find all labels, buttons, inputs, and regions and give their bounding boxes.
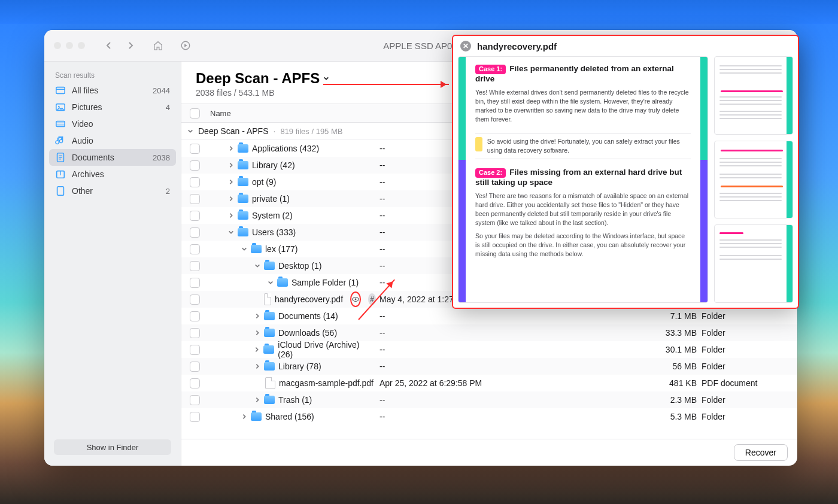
row-checkbox[interactable]	[190, 144, 200, 154]
file-row[interactable]: Downloads (56)--33.3 MBFolder	[181, 324, 797, 341]
file-kind: Folder	[702, 395, 797, 405]
file-row[interactable]: iCloud Drive (Archive) (26)--30.1 MBFold…	[181, 341, 797, 358]
chevron-right-icon[interactable]	[254, 363, 260, 369]
thumbnail[interactable]	[714, 56, 793, 135]
row-checkbox[interactable]	[190, 311, 200, 321]
show-in-finder-button[interactable]: Show in Finder	[54, 439, 171, 455]
minimize-dot[interactable]	[66, 42, 73, 49]
row-checkbox[interactable]	[190, 211, 200, 221]
folder-icon	[251, 245, 262, 253]
documents-icon	[55, 152, 66, 163]
chevron-right-icon[interactable]	[228, 196, 234, 202]
sidebar: Scan results All files2044Pictures4Video…	[44, 62, 181, 466]
folder-icon	[264, 329, 275, 337]
row-checkbox[interactable]	[190, 412, 200, 422]
audio-icon	[55, 135, 66, 146]
home-button[interactable]	[150, 38, 166, 53]
folder-icon	[238, 161, 248, 169]
folder-icon	[238, 144, 248, 153]
chevron-right-icon[interactable]	[254, 347, 260, 353]
preview-filename: handyrecovery.pdf	[477, 41, 557, 51]
chevron-down-icon	[323, 75, 329, 81]
svg-rect-5	[56, 122, 65, 127]
row-checkbox[interactable]	[190, 194, 200, 204]
row-checkbox[interactable]	[190, 227, 200, 238]
file-row[interactable]: Documents (14)--7.1 MBFolder	[181, 308, 797, 324]
retry-button[interactable]	[177, 38, 194, 53]
file-name: macgasm-sample-pdf.pdf	[279, 378, 374, 388]
page-band	[700, 57, 708, 302]
file-name: opt (9)	[252, 177, 276, 187]
row-checkbox[interactable]	[190, 160, 200, 171]
preview-document[interactable]: Case 1:Files permanently deleted from an…	[458, 56, 708, 303]
row-checkbox[interactable]	[190, 362, 200, 372]
file-name: Sample Folder (1)	[292, 278, 359, 287]
sidebar-item-documents[interactable]: Documents2038	[49, 149, 176, 166]
chevron-right-icon[interactable]	[228, 162, 234, 168]
sidebar-item-archives[interactable]: Archives	[49, 166, 176, 183]
file-name: handyrecovery.pdf	[275, 294, 343, 304]
thumbnail[interactable]	[714, 224, 793, 303]
traffic-lights	[54, 42, 85, 49]
row-checkbox[interactable]	[190, 177, 200, 187]
back-button[interactable]	[101, 38, 117, 53]
file-row[interactable]: Trash (1)--2.3 MBFolder	[181, 391, 797, 408]
chevron-right-icon[interactable]	[241, 414, 247, 420]
row-checkbox[interactable]	[190, 278, 200, 288]
chevron-right-icon[interactable]	[254, 330, 260, 336]
file-name: Trash (1)	[278, 395, 312, 405]
file-row[interactable]: Shared (156)--5.3 MBFolder	[181, 408, 797, 425]
sidebar-item-video[interactable]: Video	[49, 116, 176, 132]
file-date: --	[376, 412, 643, 421]
chevron-down-icon[interactable]	[241, 246, 247, 252]
svg-point-15	[355, 299, 357, 300]
chevron-down-icon[interactable]	[254, 263, 260, 269]
forward-button[interactable]	[122, 38, 139, 53]
file-kind: Folder	[702, 345, 797, 354]
select-all-checkbox[interactable]	[190, 108, 200, 119]
chevron-right-icon[interactable]	[228, 145, 234, 151]
chevron-down-icon[interactable]	[268, 280, 274, 286]
thumbnail[interactable]	[714, 141, 793, 219]
sidebar-item-other[interactable]: Other2	[49, 183, 176, 199]
file-name: System (2)	[252, 211, 293, 220]
chevron-right-icon[interactable]	[254, 313, 260, 319]
chevron-down-icon	[187, 128, 193, 134]
sidebar-item-pictures[interactable]: Pictures4	[49, 99, 176, 116]
row-checkbox[interactable]	[190, 244, 200, 254]
file-kind: Folder	[702, 328, 797, 338]
video-icon	[55, 119, 66, 129]
row-checkbox[interactable]	[190, 328, 200, 338]
file-row[interactable]: macgasm-sample-pdf.pdfApr 25, 2022 at 6:…	[181, 375, 797, 391]
file-size: 481 KB	[643, 378, 702, 388]
folder-icon	[238, 178, 248, 186]
chevron-down-icon[interactable]	[228, 229, 234, 235]
preview-button[interactable]	[350, 292, 361, 307]
file-row[interactable]: Library (78)--56 MBFolder	[181, 358, 797, 375]
folder-icon	[238, 228, 248, 236]
chevron-right-icon[interactable]	[254, 397, 260, 403]
row-checkbox[interactable]	[190, 378, 200, 388]
chevron-right-icon[interactable]	[228, 212, 234, 218]
sidebar-item-label: Audio	[72, 136, 93, 145]
row-checkbox[interactable]	[190, 294, 200, 305]
chevron-right-icon[interactable]	[228, 179, 234, 185]
sidebar-item-label: Documents	[72, 153, 114, 162]
file-size: 33.3 MB	[643, 328, 702, 338]
sidebar-item-all-files[interactable]: All files2044	[49, 82, 176, 99]
row-checkbox[interactable]	[190, 261, 200, 271]
row-checkbox[interactable]	[190, 395, 200, 405]
file-name: Documents (14)	[278, 311, 338, 321]
sidebar-item-label: All files	[72, 86, 98, 95]
zoom-dot[interactable]	[78, 42, 85, 49]
file-name: Downloads (56)	[278, 328, 337, 338]
recover-button[interactable]: Recover	[734, 444, 788, 461]
row-checkbox[interactable]	[190, 345, 200, 355]
sidebar-item-audio[interactable]: Audio	[49, 132, 176, 149]
file-size: 2.3 MB	[643, 395, 702, 405]
file-size: 5.3 MB	[643, 412, 702, 421]
close-preview-button[interactable]: ✕	[460, 41, 471, 51]
annotation-arrow	[323, 84, 449, 85]
sidebar-item-label: Video	[72, 119, 93, 129]
close-dot[interactable]	[54, 42, 61, 49]
